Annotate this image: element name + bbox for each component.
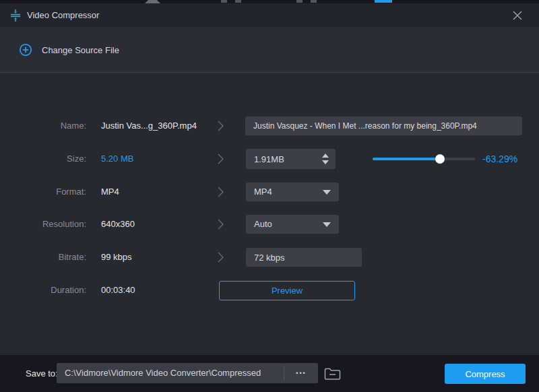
video-compressor-dialog: Video Compressor Change Source File Name… xyxy=(0,0,539,392)
resolution-dropdown[interactable]: Auto xyxy=(246,215,339,234)
chevron-down-icon xyxy=(323,190,331,195)
video-compressor-icon xyxy=(9,9,22,22)
format-dropdown-value: MP4 xyxy=(254,183,272,201)
chevron-right-icon xyxy=(218,219,224,230)
size-input[interactable] xyxy=(246,149,313,169)
add-plus-icon xyxy=(19,43,32,57)
change-source-file-button[interactable]: Change Source File xyxy=(19,27,119,73)
size-reduction-percent: -63.29% xyxy=(482,149,517,169)
size-slider[interactable] xyxy=(373,154,475,164)
active-tab-indicator-fragment xyxy=(375,0,392,3)
open-folder-button[interactable] xyxy=(323,366,342,382)
close-icon xyxy=(512,10,523,21)
size-label: Size: xyxy=(24,149,86,169)
background-fragment xyxy=(311,0,317,3)
chevron-right-icon xyxy=(218,187,224,197)
save-path-value: C:\Vidmore\Vidmore Video Converter\Compr… xyxy=(65,363,261,383)
chevron-right-icon xyxy=(218,154,224,164)
size-slider-fill xyxy=(373,158,440,160)
size-spinner xyxy=(246,149,336,169)
background-fragment xyxy=(296,0,303,3)
save-to-label: Save to: xyxy=(26,355,58,392)
name-input[interactable] xyxy=(245,117,522,135)
chevron-down-icon xyxy=(323,222,331,227)
dialog-title: Video Compressor xyxy=(27,3,99,27)
resolution-label: Resolution: xyxy=(24,214,86,234)
name-label: Name: xyxy=(24,116,86,136)
footer-bar: Save to: C:\Vidmore\Vidmore Video Conver… xyxy=(0,355,539,392)
chevron-right-icon xyxy=(218,121,224,131)
form-body: Name: Justin Vas...g_360P.mp4 Size: 5.20… xyxy=(0,73,539,355)
name-current-value: Justin Vas...g_360P.mp4 xyxy=(101,116,197,136)
preview-button[interactable]: Preview xyxy=(219,281,355,300)
format-dropdown[interactable]: MP4 xyxy=(246,183,339,201)
save-path-field[interactable]: C:\Vidmore\Vidmore Video Converter\Compr… xyxy=(57,363,318,383)
duration-label: Duration: xyxy=(24,280,86,300)
header-band: Change Source File xyxy=(0,27,539,73)
format-current-value: MP4 xyxy=(101,182,119,202)
size-slider-thumb[interactable] xyxy=(435,154,445,164)
chevron-right-icon xyxy=(218,252,224,263)
bitrate-label: Bitrate: xyxy=(24,247,86,267)
folder-icon xyxy=(323,366,341,381)
close-button[interactable] xyxy=(508,6,527,25)
spinner-up-icon[interactable] xyxy=(322,154,329,158)
resolution-dropdown-value: Auto xyxy=(254,215,272,234)
titlebar: Video Compressor xyxy=(0,3,539,27)
spinner-down-icon[interactable] xyxy=(322,160,329,164)
format-label: Format: xyxy=(24,182,86,202)
background-fragment xyxy=(221,0,227,3)
bitrate-input[interactable] xyxy=(246,248,362,267)
change-source-file-label: Change Source File xyxy=(42,45,119,55)
browse-ellipsis-button[interactable]: ••• xyxy=(284,363,318,383)
duration-current-value: 00:03:40 xyxy=(101,280,135,300)
background-fragment xyxy=(235,0,241,3)
resolution-current-value: 640x360 xyxy=(101,214,135,234)
bitrate-current-value: 99 kbps xyxy=(101,247,132,267)
size-current-value: 5.20 MB xyxy=(101,149,133,169)
compress-button[interactable]: Compress xyxy=(445,364,526,384)
